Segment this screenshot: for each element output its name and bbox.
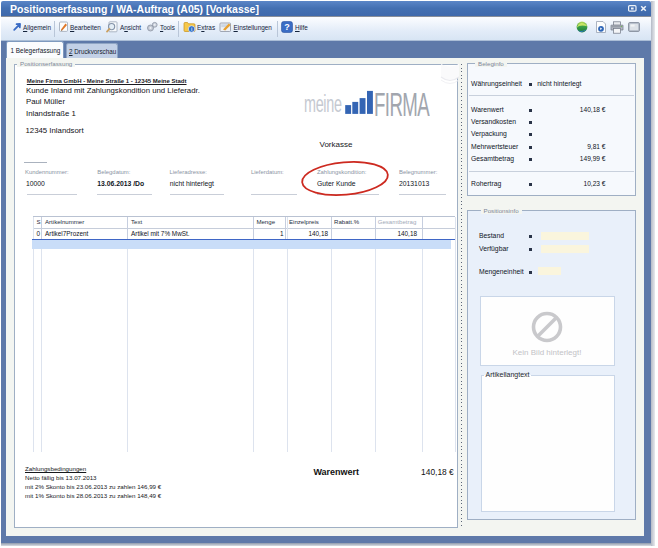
svg-text:i: i <box>191 26 192 32</box>
svg-text:?: ? <box>284 22 290 32</box>
